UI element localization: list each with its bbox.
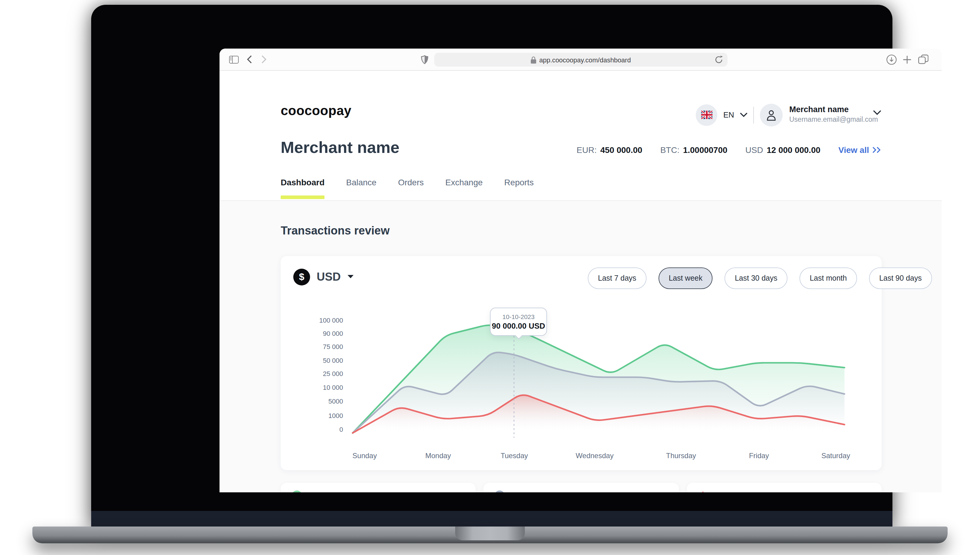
x-axis-label: Friday bbox=[732, 451, 786, 460]
balance-eur: EUR:450 000.00 bbox=[577, 145, 642, 154]
page-title: Merchant name bbox=[281, 138, 399, 157]
balances-row: EUR:450 000.00 BTC:1.00000700 USD12 000 … bbox=[577, 145, 882, 154]
x-axis-label: Tuesday bbox=[487, 451, 541, 460]
language-selector[interactable]: EN bbox=[696, 104, 747, 126]
tooltip-value: 90 000.00 USD bbox=[492, 321, 545, 330]
y-axis-label: 25 000 bbox=[307, 370, 343, 377]
user-menu[interactable]: Merchant name Username.email@gmail.com bbox=[760, 103, 878, 126]
laptop-hinge bbox=[91, 511, 892, 526]
uk-flag-icon bbox=[696, 104, 717, 126]
browser-window: app.coocoopay.com/dashboard c bbox=[220, 48, 942, 492]
reload-icon[interactable] bbox=[715, 55, 723, 64]
y-axis-label: 5000 bbox=[307, 398, 343, 405]
y-axis-label: 100 000 bbox=[307, 316, 343, 324]
warning-triangle-icon bbox=[697, 490, 708, 492]
check-circle-icon bbox=[292, 490, 302, 492]
laptop-screen: app.coocoopay.com/dashboard c bbox=[91, 5, 892, 526]
header-divider bbox=[753, 106, 754, 123]
chart-tooltip: 10-10-2023 90 000.00 USD bbox=[490, 307, 547, 335]
lock-icon bbox=[531, 56, 536, 63]
canceled-label: Canceled bbox=[511, 491, 547, 492]
x-axis-label: Saturday bbox=[809, 451, 863, 460]
tab-reports[interactable]: Reports bbox=[504, 177, 534, 195]
tab-exchange[interactable]: Exchange bbox=[445, 177, 483, 195]
double-chevron-right-icon bbox=[873, 147, 882, 152]
y-axis-label: 1000 bbox=[307, 412, 343, 419]
x-axis-label: Wednesday bbox=[568, 451, 622, 460]
section-title: Transactions review bbox=[281, 224, 390, 237]
laptop-mockup: app.coocoopay.com/dashboard c bbox=[0, 0, 980, 555]
download-icon[interactable] bbox=[887, 48, 897, 71]
x-axis-label: Thursday bbox=[654, 451, 708, 460]
x-axis-label: Sunday bbox=[338, 451, 391, 460]
tab-orders[interactable]: Orders bbox=[398, 177, 424, 195]
sidebar-toggle-icon[interactable] bbox=[229, 48, 239, 71]
nav-tabs: Dashboard Balance Orders Exchange Report… bbox=[281, 177, 534, 195]
user-avatar-icon bbox=[760, 103, 783, 126]
shield-icon[interactable] bbox=[421, 48, 428, 71]
url-text: app.coocoopay.com/dashboard bbox=[539, 56, 630, 63]
tab-balance[interactable]: Balance bbox=[346, 177, 376, 195]
summary-cards-row: Completed 3 020 000.01 USD Canceled 250 … bbox=[281, 483, 882, 492]
laptop-notch bbox=[455, 526, 525, 540]
rejected-card: Rejected 750.00 USD bbox=[686, 483, 882, 492]
rejected-label: Rejected bbox=[714, 491, 748, 492]
chevron-down-icon bbox=[740, 113, 747, 117]
browser-chrome: app.coocoopay.com/dashboard bbox=[220, 48, 942, 71]
area-chart bbox=[281, 256, 882, 470]
tab-dashboard[interactable]: Dashboard bbox=[281, 177, 324, 195]
user-name: Merchant name bbox=[789, 105, 878, 114]
user-email: Username.email@gmail.com bbox=[789, 115, 878, 123]
dashboard-page: coocoopay EN Merchant name Username bbox=[220, 71, 942, 492]
view-all-link[interactable]: View all bbox=[839, 145, 882, 154]
x-circle-icon bbox=[494, 490, 505, 492]
transactions-chart-card: $ USD Last 7 days Last week Last 30 days… bbox=[281, 256, 882, 470]
canceled-card: Canceled 250 000.01 USD bbox=[484, 483, 679, 492]
y-axis-label: 0 bbox=[307, 425, 343, 433]
completed-label: Completed bbox=[308, 491, 350, 492]
y-axis-label: 50 000 bbox=[307, 356, 343, 364]
y-axis-label: 10 000 bbox=[307, 384, 343, 391]
y-axis-label: 90 000 bbox=[307, 329, 343, 337]
y-axis-label: 75 000 bbox=[307, 343, 343, 350]
x-axis-label: Monday bbox=[411, 451, 465, 460]
new-tab-icon[interactable] bbox=[903, 48, 912, 71]
balance-btc: BTC:1.00000700 bbox=[660, 145, 728, 154]
balance-usd: USD12 000 000.00 bbox=[746, 145, 820, 154]
forward-button-icon[interactable] bbox=[261, 48, 267, 71]
back-button-icon[interactable] bbox=[247, 48, 252, 71]
coocoopay-logo: coocoopay bbox=[281, 103, 351, 119]
language-code: EN bbox=[723, 110, 734, 119]
user-chevron-down-icon[interactable] bbox=[873, 110, 881, 115]
tooltip-date: 10-10-2023 bbox=[502, 313, 534, 320]
completed-card: Completed 3 020 000.01 USD bbox=[281, 483, 476, 492]
tab-overview-icon[interactable] bbox=[918, 48, 929, 71]
url-bar[interactable]: app.coocoopay.com/dashboard bbox=[434, 53, 728, 67]
